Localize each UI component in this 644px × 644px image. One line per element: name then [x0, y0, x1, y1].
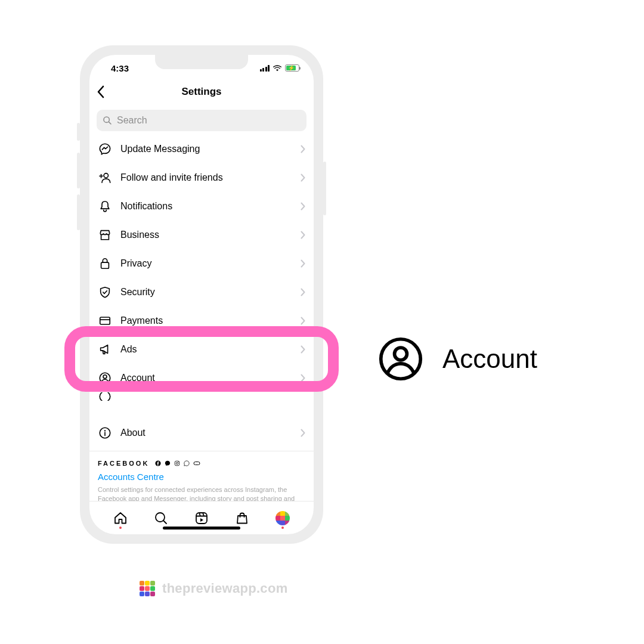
- menu-item-label: Security: [120, 287, 292, 298]
- chevron-right-icon: [301, 288, 305, 296]
- lock-icon: [98, 257, 112, 270]
- wifi-icon: [273, 64, 282, 72]
- menu-item-label: Update Messaging: [120, 144, 292, 154]
- notification-dot: [281, 527, 284, 529]
- phone-screen: 4:33 ⚡ Settin: [89, 55, 314, 534]
- facebook-app-icons: [155, 460, 200, 466]
- account-icon: [98, 371, 112, 385]
- chevron-right-icon: [301, 231, 305, 239]
- phone-side-button: [77, 123, 80, 141]
- svg-point-12: [104, 430, 106, 431]
- signal-icon: [260, 65, 270, 72]
- svg-point-16: [177, 462, 178, 464]
- reels-icon: [194, 511, 209, 525]
- svg-point-10: [100, 392, 110, 401]
- facebook-description: Control settings for connected experienc…: [98, 485, 305, 501]
- messenger-icon: [98, 143, 112, 156]
- watermark-text: thepreviewapp.com: [162, 581, 288, 596]
- facebook-section: FACEBOOK Accounts Centre Control setting…: [89, 455, 314, 501]
- svg-rect-6: [100, 317, 110, 324]
- chevron-right-icon: [301, 374, 305, 382]
- page-title: Settings: [181, 86, 221, 98]
- menu-item-about[interactable]: About: [89, 419, 314, 447]
- menu-item-label: Ads: [120, 344, 292, 355]
- chevron-left-icon: [97, 85, 105, 98]
- tab-reels[interactable]: [194, 511, 209, 525]
- facebook-icon: [155, 460, 161, 466]
- chevron-right-icon: [301, 259, 305, 268]
- menu-item-label: Account: [120, 373, 292, 383]
- profile-avatar-icon: [275, 511, 290, 525]
- tab-profile[interactable]: [275, 511, 290, 525]
- svg-point-9: [103, 375, 107, 379]
- menu-item-help[interactable]: [89, 392, 314, 401]
- oculus-mini-icon: [193, 461, 200, 466]
- menu-item-notifications[interactable]: Notifications: [89, 192, 314, 221]
- facebook-heading: FACEBOOK: [98, 460, 305, 467]
- account-icon: [378, 336, 423, 382]
- svg-point-26: [395, 348, 407, 360]
- search-icon: [154, 511, 168, 525]
- status-right: ⚡: [260, 64, 300, 72]
- chevron-right-icon: [301, 202, 305, 210]
- home-icon: [113, 511, 128, 525]
- shield-icon: [98, 286, 112, 299]
- menu-item-security[interactable]: Security: [89, 278, 314, 306]
- notification-dot: [119, 527, 122, 529]
- whatsapp-mini-icon: [184, 460, 190, 466]
- menu-item-account[interactable]: Account: [89, 364, 314, 392]
- accounts-centre-link[interactable]: Accounts Centre: [98, 472, 305, 482]
- search-icon: [103, 116, 112, 125]
- callout: Account: [378, 336, 537, 382]
- menu-item-label: Privacy: [120, 258, 292, 269]
- svg-rect-5: [101, 262, 109, 268]
- storefront-icon: [98, 228, 112, 242]
- card-icon: [98, 314, 112, 327]
- phone-side-button: [77, 194, 80, 230]
- menu-item-payments[interactable]: Payments: [89, 306, 314, 335]
- svg-rect-21: [196, 513, 207, 524]
- search-placeholder: Search: [117, 115, 147, 126]
- settings-menu: Update Messaging Follow and invite frien…: [89, 135, 314, 501]
- add-person-icon: [98, 171, 112, 184]
- preview-app-logo-icon: [140, 581, 155, 596]
- menu-item-label: About: [120, 428, 292, 438]
- back-button[interactable]: [97, 85, 105, 98]
- svg-rect-18: [194, 462, 200, 465]
- menu-item-follow-invite[interactable]: Follow and invite friends: [89, 163, 314, 192]
- callout-label: Account: [442, 344, 537, 374]
- svg-point-2: [104, 174, 108, 178]
- menu-item-update-messaging[interactable]: Update Messaging: [89, 135, 314, 163]
- megaphone-icon: [98, 343, 112, 356]
- menu-item-ads[interactable]: Ads: [89, 335, 314, 364]
- tab-shop[interactable]: [235, 511, 249, 525]
- status-time: 4:33: [111, 63, 129, 73]
- watermark: thepreviewapp.com: [140, 581, 288, 596]
- tab-search[interactable]: [154, 511, 168, 525]
- menu-item-label: Business: [120, 230, 292, 240]
- phone-side-button: [323, 162, 326, 215]
- menu-item-label: Payments: [120, 315, 292, 326]
- nav-header: Settings: [89, 80, 314, 104]
- battery-icon: ⚡: [285, 64, 299, 72]
- shop-icon: [235, 511, 249, 525]
- chevron-right-icon: [301, 429, 305, 437]
- svg-point-17: [178, 462, 179, 462]
- chevron-right-icon: [301, 174, 305, 182]
- help-icon: [98, 392, 112, 401]
- settings-content: Search Update Messaging Follow and invit…: [89, 104, 314, 501]
- tab-home[interactable]: [113, 511, 128, 525]
- menu-item-label: Follow and invite friends: [120, 172, 292, 183]
- menu-item-privacy[interactable]: Privacy: [89, 249, 314, 278]
- chevron-right-icon: [301, 145, 305, 153]
- menu-item-business[interactable]: Business: [89, 221, 314, 249]
- instagram-mini-icon: [174, 460, 180, 466]
- home-indicator: [163, 527, 240, 530]
- svg-line-20: [163, 521, 166, 524]
- phone-notch: [155, 55, 248, 69]
- svg-line-1: [109, 122, 111, 124]
- facebook-heading-text: FACEBOOK: [98, 460, 149, 467]
- search-input[interactable]: Search: [97, 110, 306, 131]
- phone-frame: 4:33 ⚡ Settin: [80, 45, 323, 544]
- chevron-right-icon: [301, 345, 305, 354]
